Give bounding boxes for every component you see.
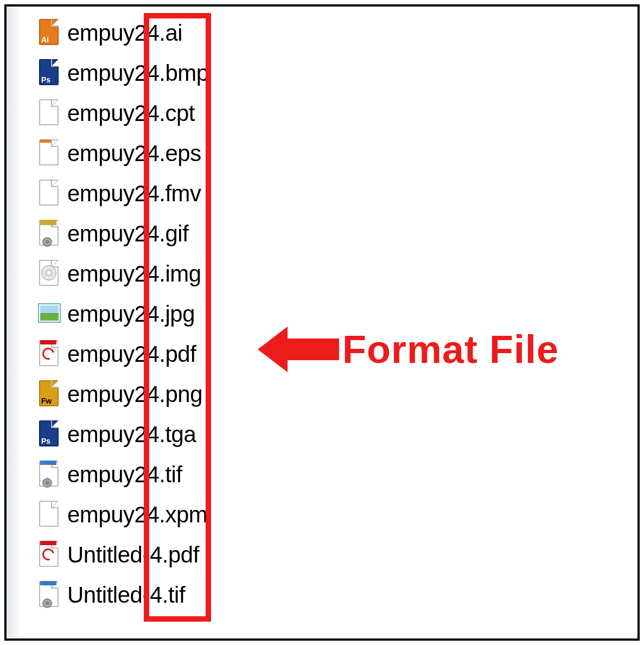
file-item[interactable]: empuy24.img <box>37 254 209 294</box>
file-name-label: empuy24.bmp <box>67 60 209 86</box>
tif-file-icon <box>37 459 62 490</box>
file-name-label: empuy24.jpg <box>67 301 195 327</box>
file-name-label: empuy24.xpm <box>67 502 207 528</box>
jpg-file-icon <box>37 299 62 329</box>
file-name-label: Untitled-4.pdf <box>67 542 199 568</box>
file-item[interactable]: Fwempuy24.png <box>37 374 209 414</box>
img-file-icon <box>37 259 62 289</box>
file-name-label: empuy24.pdf <box>67 341 196 367</box>
file-item[interactable]: Untitled-4.tif <box>37 575 209 615</box>
file-item[interactable]: Aiempuy24.ai <box>37 13 209 53</box>
scrollbar-edge <box>7 7 20 638</box>
blank-file-icon <box>37 178 62 209</box>
file-name-label: empuy24.img <box>67 261 201 287</box>
file-item[interactable]: empuy24.jpg <box>37 294 209 334</box>
file-name-label: Untitled-4.tif <box>67 582 185 608</box>
file-item[interactable]: empuy24.pdf <box>37 334 209 374</box>
ps-file-icon: Ps <box>37 419 62 450</box>
file-item[interactable]: empuy24.xpm <box>37 495 209 535</box>
file-item[interactable]: Untitled-4.pdf <box>37 535 209 575</box>
blank-file-icon <box>37 500 62 530</box>
file-item[interactable]: empuy24.eps <box>37 133 209 174</box>
icon-badge: Ps <box>41 437 50 445</box>
file-item[interactable]: Psempuy24.tga <box>37 414 209 455</box>
ai-file-icon: Ai <box>37 18 62 48</box>
file-name-label: empuy24.png <box>67 381 202 407</box>
file-item[interactable]: empuy24.gif <box>37 214 209 254</box>
annotation-arrow-group: Format File <box>258 322 559 376</box>
fw-file-icon: Fw <box>37 379 62 410</box>
file-item[interactable]: empuy24.tif <box>37 455 209 495</box>
file-item[interactable]: empuy24.fmv <box>37 174 209 214</box>
eps-file-icon <box>37 138 62 169</box>
gif-file-icon <box>37 219 62 249</box>
arrow-left-icon <box>258 322 339 376</box>
icon-badge: Ai <box>41 35 49 44</box>
ps-file-icon: Ps <box>37 58 62 88</box>
annotation-label: Format File <box>342 327 559 372</box>
file-name-label: empuy24.ai <box>67 20 182 46</box>
blank-file-icon <box>37 98 62 129</box>
file-name-label: empuy24.eps <box>67 141 201 167</box>
tif-file-icon <box>37 580 62 610</box>
file-name-label: empuy24.gif <box>67 221 188 247</box>
pdf-file-icon <box>37 339 62 369</box>
file-list: Aiempuy24.aiPsempuy24.bmpempuy24.cptempu… <box>37 13 209 615</box>
file-item[interactable]: Psempuy24.bmp <box>37 53 209 93</box>
icon-badge: Ps <box>41 75 50 84</box>
file-item[interactable]: empuy24.cpt <box>37 93 209 133</box>
window-frame: Aiempuy24.aiPsempuy24.bmpempuy24.cptempu… <box>4 4 640 641</box>
pdf-file-icon <box>37 540 62 570</box>
file-name-label: empuy24.cpt <box>67 100 195 126</box>
file-name-label: empuy24.fmv <box>67 181 201 207</box>
file-name-label: empuy24.tif <box>67 462 182 488</box>
icon-badge: Fw <box>41 397 52 405</box>
file-name-label: empuy24.tga <box>67 422 196 448</box>
svg-marker-0 <box>258 327 339 372</box>
